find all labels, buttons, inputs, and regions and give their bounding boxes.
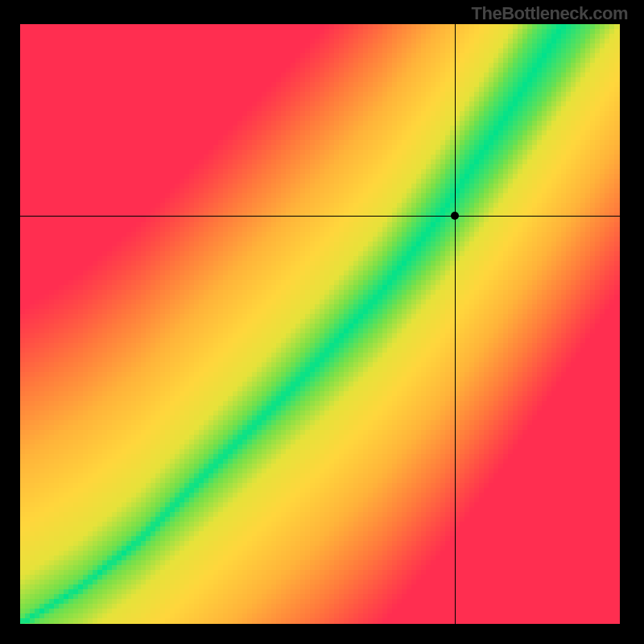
heatmap-canvas: [20, 24, 620, 624]
crosshair-vertical: [455, 24, 456, 624]
watermark-text: TheBottleneck.com: [472, 3, 628, 24]
crosshair-horizontal: [20, 216, 620, 217]
crosshair-point: [451, 212, 459, 220]
heatmap-container: [20, 24, 620, 624]
